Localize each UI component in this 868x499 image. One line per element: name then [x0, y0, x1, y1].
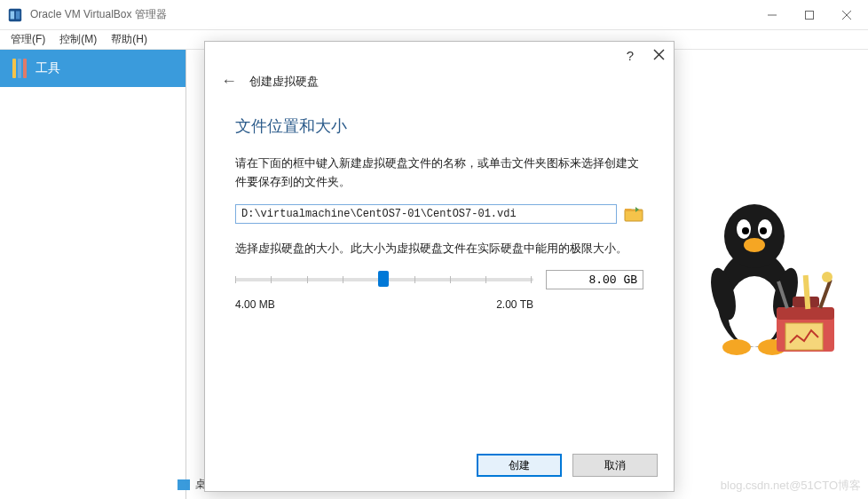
minimize-button[interactable] [761, 4, 783, 26]
svg-point-12 [742, 227, 749, 234]
browse-folder-button[interactable] [624, 205, 643, 223]
menu-help[interactable]: 帮助(H) [111, 32, 147, 47]
main-title: Oracle VM VirtualBox 管理器 [30, 7, 761, 22]
menu-control[interactable]: 控制(M) [59, 32, 97, 47]
sidebar-item-tools[interactable]: 工具 [0, 50, 185, 87]
dialog-close-button[interactable] [653, 48, 665, 63]
dialog-body: 文件位置和大小 请在下面的框中键入新建虚拟硬盘文件的名称，或单击文件夹图标来选择… [205, 99, 674, 443]
virtualbox-icon [7, 7, 23, 23]
svg-point-15 [722, 339, 751, 355]
slider-thumb[interactable] [378, 271, 389, 287]
dialog-footer: 创建 取消 [205, 443, 674, 491]
dialog-titlebar: ? [205, 42, 674, 68]
close-button[interactable] [836, 4, 857, 26]
section-title: 文件位置和大小 [235, 115, 643, 137]
menu-manage[interactable]: 管理(F) [11, 32, 45, 47]
svg-point-8 [728, 276, 781, 347]
svg-rect-2 [16, 11, 20, 19]
size-slider[interactable] [235, 278, 533, 281]
create-button[interactable]: 创建 [477, 454, 562, 477]
sidebar: 工具 [0, 50, 186, 499]
tux-illustration [692, 192, 843, 369]
tools-icon [12, 59, 27, 78]
cancel-button[interactable]: 取消 [572, 454, 658, 477]
maximize-button[interactable] [799, 4, 820, 26]
size-description: 选择虚拟硬盘的大小。此大小为虚拟硬盘文件在实际硬盘中能用的极限大小。 [235, 240, 643, 258]
svg-rect-1 [11, 11, 15, 19]
watermark: blog.csdn.net@51CTO博客 [721, 478, 861, 494]
svg-point-14 [744, 238, 765, 252]
svg-rect-23 [818, 279, 832, 308]
dialog-title: 创建虚拟硬盘 [249, 74, 319, 90]
dialog-help-button[interactable]: ? [627, 48, 634, 63]
slider-min-label: 4.00 MB [235, 298, 275, 311]
create-disk-dialog: ? ← 创建虚拟硬盘 文件位置和大小 请在下面的框中键入新建虚拟硬盘文件的名称，… [204, 41, 675, 492]
sidebar-item-label: 工具 [36, 60, 60, 76]
svg-point-13 [760, 227, 767, 234]
svg-point-24 [822, 272, 832, 282]
svg-point-9 [724, 204, 785, 268]
dialog-header: ← 创建虚拟硬盘 [205, 68, 674, 99]
back-arrow-icon[interactable]: ← [221, 72, 237, 91]
desktop-icon [178, 479, 190, 490]
main-titlebar: Oracle VM VirtualBox 管理器 [0, 0, 868, 30]
slider-max-label: 2.00 TB [496, 298, 533, 311]
location-description: 请在下面的框中键入新建虚拟硬盘文件的名称，或单击文件夹图标来选择创建文件要保存到… [235, 154, 643, 192]
file-path-input[interactable] [235, 204, 617, 224]
svg-rect-4 [806, 11, 814, 19]
size-input[interactable] [546, 270, 643, 289]
